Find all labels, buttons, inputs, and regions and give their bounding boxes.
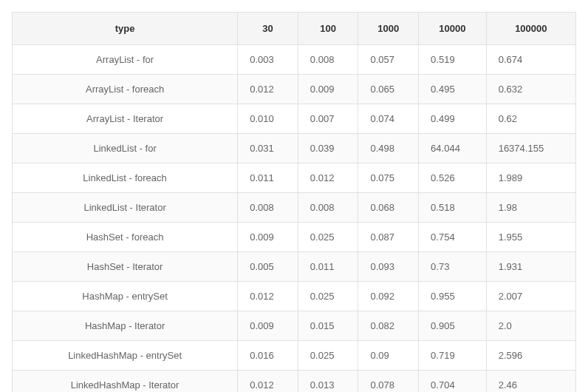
cell-type: HashSet - Iterator [13,252,238,282]
cell-value: 0.065 [358,75,419,104]
benchmark-table: type 30 100 1000 10000 100000 ArrayList … [12,12,576,392]
cell-value: 2.007 [486,282,575,311]
cell-value: 0.013 [298,371,358,393]
cell-value: 0.078 [358,371,419,393]
cell-type: LinkedList - for [13,134,238,163]
cell-value: 0.009 [238,223,298,252]
cell-value: 0.519 [419,45,487,75]
header-100: 100 [298,13,358,45]
cell-value: 0.09 [358,341,419,371]
cell-type: HashSet - foreach [13,223,238,252]
table-row: HashMap - entrySet 0.012 0.025 0.092 0.9… [13,282,576,311]
cell-value: 0.012 [298,163,358,193]
cell-value: 0.012 [238,371,298,393]
cell-value: 0.008 [238,193,298,223]
cell-value: 0.526 [419,163,487,193]
cell-value: 0.075 [358,163,419,193]
cell-value: 0.62 [486,104,575,134]
cell-value: 0.031 [238,134,298,163]
cell-value: 0.003 [238,45,298,75]
table-row: ArrayList - Iterator 0.010 0.007 0.074 0… [13,104,576,134]
cell-value: 1.98 [486,193,575,223]
cell-value: 0.008 [298,193,358,223]
cell-type: ArrayList - foreach [13,75,238,104]
cell-value: 0.012 [238,282,298,311]
cell-type: LinkedHashMap - entrySet [13,341,238,371]
table-row: ArrayList - for 0.003 0.008 0.057 0.519 … [13,45,576,75]
cell-value: 64.044 [419,134,487,163]
table-row: HashSet - foreach 0.009 0.025 0.087 0.75… [13,223,576,252]
cell-value: 0.704 [419,371,487,393]
table-row: LinkedList - foreach 0.011 0.012 0.075 0… [13,163,576,193]
cell-value: 0.498 [358,134,419,163]
cell-value: 0.012 [238,75,298,104]
cell-type: LinkedHashMap - Iterator [13,371,238,393]
cell-value: 0.025 [298,282,358,311]
table-row: ArrayList - foreach 0.012 0.009 0.065 0.… [13,75,576,104]
cell-value: 0.011 [238,163,298,193]
header-10000: 10000 [419,13,487,45]
cell-value: 0.011 [298,252,358,282]
cell-value: 1.989 [486,163,575,193]
table-row: LinkedList - Iterator 0.008 0.008 0.068 … [13,193,576,223]
cell-value: 0.518 [419,193,487,223]
table-row: HashMap - Iterator 0.009 0.015 0.082 0.9… [13,311,576,341]
cell-value: 0.955 [419,282,487,311]
cell-value: 0.092 [358,282,419,311]
cell-type: HashMap - Iterator [13,311,238,341]
cell-value: 2.0 [486,311,575,341]
cell-value: 0.039 [298,134,358,163]
cell-value: 0.73 [419,252,487,282]
cell-value: 2.596 [486,341,575,371]
table-row: LinkedList - for 0.031 0.039 0.498 64.04… [13,134,576,163]
cell-value: 0.068 [358,193,419,223]
cell-value: 0.082 [358,311,419,341]
table-row: LinkedHashMap - entrySet 0.016 0.025 0.0… [13,341,576,371]
cell-value: 0.007 [298,104,358,134]
cell-value: 0.754 [419,223,487,252]
cell-value: 0.010 [238,104,298,134]
cell-value: 0.087 [358,223,419,252]
cell-value: 0.005 [238,252,298,282]
cell-value: 0.015 [298,311,358,341]
cell-value: 0.499 [419,104,487,134]
cell-type: LinkedList - foreach [13,163,238,193]
table-body: ArrayList - for 0.003 0.008 0.057 0.519 … [13,45,576,393]
cell-type: ArrayList - Iterator [13,104,238,134]
cell-value: 0.057 [358,45,419,75]
header-1000: 1000 [358,13,419,45]
cell-type: ArrayList - for [13,45,238,75]
header-row: type 30 100 1000 10000 100000 [13,13,576,45]
cell-value: 0.025 [298,223,358,252]
cell-value: 0.008 [298,45,358,75]
table-header: type 30 100 1000 10000 100000 [13,13,576,45]
cell-value: 0.074 [358,104,419,134]
cell-type: HashMap - entrySet [13,282,238,311]
cell-value: 1.931 [486,252,575,282]
header-30: 30 [238,13,298,45]
cell-value: 0.009 [238,311,298,341]
cell-value: 0.632 [486,75,575,104]
header-type: type [13,13,238,45]
cell-value: 0.719 [419,341,487,371]
table-row: LinkedHashMap - Iterator 0.012 0.013 0.0… [13,371,576,393]
cell-value: 16374.155 [486,134,575,163]
cell-value: 0.016 [238,341,298,371]
cell-value: 1.955 [486,223,575,252]
cell-value: 0.009 [298,75,358,104]
header-100000: 100000 [486,13,575,45]
cell-type: LinkedList - Iterator [13,193,238,223]
cell-value: 0.674 [486,45,575,75]
cell-value: 0.025 [298,341,358,371]
table-row: HashSet - Iterator 0.005 0.011 0.093 0.7… [13,252,576,282]
cell-value: 2.46 [486,371,575,393]
cell-value: 0.905 [419,311,487,341]
cell-value: 0.093 [358,252,419,282]
cell-value: 0.495 [419,75,487,104]
